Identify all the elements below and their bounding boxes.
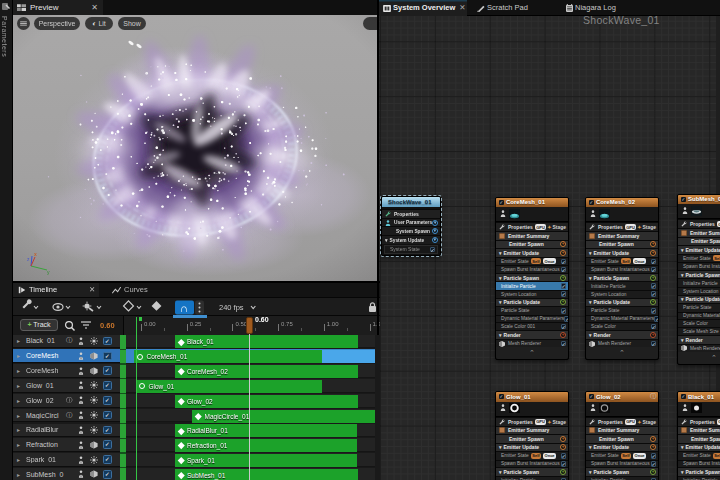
svg-text:x: x	[34, 251, 37, 257]
svg-text:∩: ∩	[180, 302, 188, 314]
svg-text:240 fps: 240 fps	[219, 303, 244, 312]
